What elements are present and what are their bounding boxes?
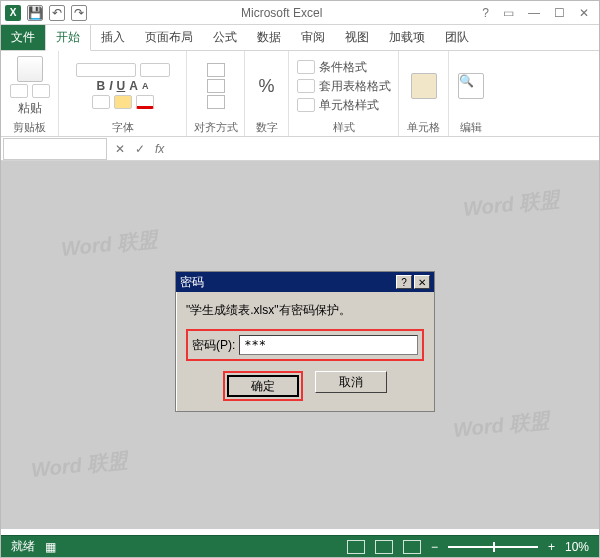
cut-icon[interactable] bbox=[10, 84, 28, 98]
zoom-in-icon[interactable]: + bbox=[548, 540, 555, 554]
dialog-titlebar[interactable]: 密码 ? ✕ bbox=[176, 272, 434, 292]
paste-icon[interactable] bbox=[17, 56, 43, 82]
ribbon: 粘贴 剪贴板 B I U A A 字体 对齐方式 % 数字 bbox=[1, 51, 599, 137]
formula-bar: ✕ ✓ fx bbox=[1, 137, 599, 161]
tab-page-layout[interactable]: 页面布局 bbox=[135, 25, 203, 50]
table-format-label[interactable]: 套用表格格式 bbox=[319, 78, 391, 95]
font-shrink-button[interactable]: A bbox=[142, 81, 149, 91]
status-ready: 就绪 bbox=[11, 538, 35, 555]
tab-review[interactable]: 审阅 bbox=[291, 25, 335, 50]
paste-label: 粘贴 bbox=[18, 100, 42, 117]
zoom-out-icon[interactable]: − bbox=[431, 540, 438, 554]
border-icon[interactable] bbox=[92, 95, 110, 109]
cancel-formula-icon[interactable]: ✕ bbox=[115, 142, 125, 156]
title-bar: X 💾 ↶ ↷ Microsoft Excel ? ▭ — ☐ ✕ bbox=[1, 1, 599, 25]
tab-team[interactable]: 团队 bbox=[435, 25, 479, 50]
font-dropdown[interactable] bbox=[76, 63, 136, 77]
window-buttons: ? ▭ — ☐ ✕ bbox=[472, 6, 599, 20]
alignment-label: 对齐方式 bbox=[194, 118, 238, 135]
font-label: 字体 bbox=[112, 118, 134, 135]
dialog-close-icon[interactable]: ✕ bbox=[414, 275, 430, 289]
status-bar: 就绪 ▦ − + 10% bbox=[1, 535, 599, 557]
group-alignment: 对齐方式 bbox=[187, 51, 245, 136]
zoom-value[interactable]: 10% bbox=[565, 540, 589, 554]
app-title: Microsoft Excel bbox=[91, 6, 472, 20]
cancel-button[interactable]: 取消 bbox=[315, 371, 387, 393]
table-format-icon[interactable] bbox=[297, 79, 315, 93]
font-color-icon[interactable] bbox=[136, 95, 154, 109]
size-dropdown[interactable] bbox=[140, 63, 170, 77]
fx-icon[interactable]: fx bbox=[155, 142, 164, 156]
watermark: Word 联盟 bbox=[60, 226, 159, 263]
percent-icon[interactable]: % bbox=[258, 76, 274, 97]
group-clipboard: 粘贴 剪贴板 bbox=[1, 51, 59, 136]
cond-format-icon[interactable] bbox=[297, 60, 315, 74]
cells-label: 单元格 bbox=[407, 118, 440, 135]
tab-home[interactable]: 开始 bbox=[45, 24, 91, 51]
undo-icon[interactable]: ↶ bbox=[49, 5, 65, 21]
group-cells: 单元格 bbox=[399, 51, 449, 136]
group-number: % 数字 bbox=[245, 51, 289, 136]
copy-icon[interactable] bbox=[32, 84, 50, 98]
underline-button[interactable]: U bbox=[117, 79, 126, 93]
dialog-title: 密码 bbox=[180, 274, 204, 291]
cell-style-label[interactable]: 单元格样式 bbox=[319, 97, 379, 114]
align-middle-icon[interactable] bbox=[207, 79, 225, 93]
ribbon-collapse-icon[interactable]: ▭ bbox=[503, 6, 514, 20]
ok-button[interactable]: 确定 bbox=[227, 375, 299, 397]
zoom-slider[interactable] bbox=[448, 546, 538, 548]
macro-record-icon[interactable]: ▦ bbox=[45, 540, 56, 554]
align-top-icon[interactable] bbox=[207, 63, 225, 77]
page-layout-view-icon[interactable] bbox=[375, 540, 393, 554]
password-dialog: 密码 ? ✕ "学生成绩表.xlsx"有密码保护。 密码(P): 确定 取消 bbox=[175, 271, 435, 412]
ok-highlight: 确定 bbox=[223, 371, 303, 401]
name-box[interactable] bbox=[3, 138, 107, 160]
password-row: 密码(P): bbox=[186, 329, 424, 361]
group-editing: 🔍 编辑 bbox=[449, 51, 493, 136]
cond-format-label[interactable]: 条件格式 bbox=[319, 59, 367, 76]
number-label: 数字 bbox=[256, 118, 278, 135]
group-styles: 条件格式 套用表格格式 单元格样式 样式 bbox=[289, 51, 399, 136]
maximize-icon[interactable]: ☐ bbox=[554, 6, 565, 20]
tab-file[interactable]: 文件 bbox=[1, 25, 45, 50]
styles-label: 样式 bbox=[333, 118, 355, 135]
clipboard-label: 剪贴板 bbox=[13, 118, 46, 135]
tab-view[interactable]: 视图 bbox=[335, 25, 379, 50]
cells-icon[interactable] bbox=[411, 73, 437, 99]
dialog-body: "学生成绩表.xlsx"有密码保护。 密码(P): 确定 取消 bbox=[176, 292, 434, 411]
password-label: 密码(P): bbox=[192, 337, 235, 354]
password-input[interactable] bbox=[239, 335, 418, 355]
watermark: Word 联盟 bbox=[30, 447, 129, 484]
group-font: B I U A A 字体 bbox=[59, 51, 187, 136]
save-icon[interactable]: 💾 bbox=[27, 5, 43, 21]
font-grow-button[interactable]: A bbox=[129, 79, 138, 93]
tab-addins[interactable]: 加载项 bbox=[379, 25, 435, 50]
dialog-help-icon[interactable]: ? bbox=[396, 275, 412, 289]
italic-button[interactable]: I bbox=[109, 79, 112, 93]
normal-view-icon[interactable] bbox=[347, 540, 365, 554]
tab-data[interactable]: 数据 bbox=[247, 25, 291, 50]
ribbon-tabs: 文件 开始 插入 页面布局 公式 数据 审阅 视图 加载项 团队 bbox=[1, 25, 599, 51]
excel-icon: X bbox=[5, 5, 21, 21]
find-icon[interactable]: 🔍 bbox=[458, 73, 484, 99]
help-icon[interactable]: ? bbox=[482, 6, 489, 20]
page-break-view-icon[interactable] bbox=[403, 540, 421, 554]
dialog-message: "学生成绩表.xlsx"有密码保护。 bbox=[186, 302, 424, 319]
editing-label: 编辑 bbox=[460, 118, 482, 135]
align-bottom-icon[interactable] bbox=[207, 95, 225, 109]
tab-insert[interactable]: 插入 bbox=[91, 25, 135, 50]
enter-formula-icon[interactable]: ✓ bbox=[135, 142, 145, 156]
bold-button[interactable]: B bbox=[97, 79, 106, 93]
fill-icon[interactable] bbox=[114, 95, 132, 109]
minimize-icon[interactable]: — bbox=[528, 6, 540, 20]
watermark: Word 联盟 bbox=[452, 407, 551, 444]
watermark: Word 联盟 bbox=[462, 186, 561, 223]
close-icon[interactable]: ✕ bbox=[579, 6, 589, 20]
tab-formulas[interactable]: 公式 bbox=[203, 25, 247, 50]
worksheet-area: Word 联盟 Word 联盟 Word 联盟 Word 联盟 密码 ? ✕ "… bbox=[1, 161, 599, 529]
cell-style-icon[interactable] bbox=[297, 98, 315, 112]
quick-access-toolbar: X 💾 ↶ ↷ bbox=[1, 5, 91, 21]
redo-icon[interactable]: ↷ bbox=[71, 5, 87, 21]
